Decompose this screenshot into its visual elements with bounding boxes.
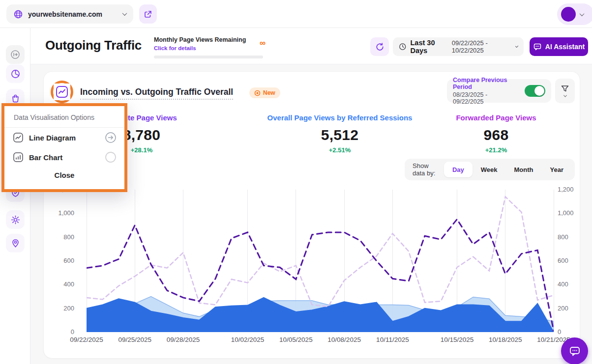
- tab-day[interactable]: Day: [444, 162, 473, 177]
- infinity-quota-value: ∞: [260, 38, 266, 48]
- data-visualisation-popup: Data Visualisation Options Line Diagram: [1, 103, 127, 192]
- collapse-panel-icon: [10, 49, 21, 60]
- sidebar-item-locations[interactable]: [6, 234, 25, 252]
- option-label: Bar Chart: [29, 153, 62, 162]
- account-menu[interactable]: [557, 3, 592, 25]
- y-tick-label: 0: [558, 328, 561, 336]
- close-button[interactable]: Close: [4, 167, 124, 179]
- new-badge-label: New: [263, 89, 275, 96]
- filter-button[interactable]: [555, 79, 575, 103]
- x-tick-label: 09/22/2025: [70, 336, 103, 343]
- clock-icon: [399, 42, 406, 51]
- compare-dates: 08/23/2025 - 09/22/2025: [453, 91, 520, 105]
- option-bar-chart[interactable]: Bar Chart: [4, 147, 124, 167]
- website-name: yourwebsitename.com: [28, 10, 118, 18]
- y-tick-label: 1,000: [58, 209, 74, 217]
- granularity-label: Show data by:: [413, 162, 440, 177]
- stat-delta: +21.2%: [422, 146, 570, 154]
- bar-chart-icon: [13, 152, 24, 163]
- traffic-chart: [87, 190, 554, 332]
- y-tick-label: 1,200: [558, 186, 574, 193]
- x-tick-label: 09/25/2025: [118, 336, 151, 343]
- granularity-control: Show data by: Day Week Month Year: [405, 159, 575, 180]
- chart-type-button[interactable]: [54, 84, 70, 100]
- x-tick-label: 10/02/2025: [231, 336, 265, 343]
- page-header: Outgoing Traffic Monthly Page Views Rema…: [30, 28, 592, 64]
- y-tick-label: 200: [63, 305, 74, 312]
- x-axis-labels: 09/22/202509/25/202509/28/202510/02/2025…: [87, 336, 554, 346]
- x-tick-label: 10/08/2025: [327, 336, 361, 343]
- top-bar: yourwebsitename.com: [0, 0, 592, 28]
- shopping-bag-icon: [10, 93, 21, 104]
- chat-fab-button[interactable]: [561, 337, 588, 364]
- x-tick-label: 10/18/2025: [489, 336, 522, 343]
- globe-icon: [13, 9, 23, 19]
- sidebar-item-settings[interactable]: [6, 210, 25, 229]
- stat-referred-sessions: Overall Page Views by Referred Sessions …: [266, 113, 414, 154]
- ai-assistant-button[interactable]: AI Assistant: [530, 37, 588, 56]
- stat-value: 968: [422, 127, 570, 143]
- compare-label: Compare Previous Period: [453, 77, 520, 90]
- external-link-icon: [144, 10, 152, 19]
- sidebar-nav: [0, 28, 30, 364]
- compare-toggle[interactable]: [525, 85, 545, 97]
- range-dates: 09/22/2025 - 10/22/2025: [452, 39, 512, 54]
- card-title[interactable]: Incoming vs. Outgoing Traffic Overall: [80, 87, 233, 100]
- date-range-picker[interactable]: Last 30 Days 09/22/2025 - 10/22/2025: [393, 37, 524, 56]
- quota-label: Monthly Page Views Remaining: [154, 36, 301, 43]
- pie-chart-icon: [10, 69, 21, 79]
- settings-gear-icon: [10, 215, 21, 225]
- avatar: [561, 7, 576, 22]
- compare-previous-period: Compare Previous Period 08/23/2025 - 09/…: [447, 79, 551, 103]
- filter-funnel-icon: [561, 85, 569, 93]
- x-tick-label: 09/28/2025: [167, 336, 200, 343]
- line-diagram-icon: [56, 85, 68, 98]
- new-badge: New: [249, 87, 280, 98]
- x-tick-label: 10/05/2025: [279, 336, 313, 343]
- sidebar-item-collapse[interactable]: [6, 45, 25, 64]
- tab-week[interactable]: Week: [473, 162, 506, 177]
- y-tick-label: 0: [71, 328, 74, 336]
- website-selector[interactable]: yourwebsitename.com: [6, 4, 133, 24]
- stat-label: Overall Page Views by Referred Sessions: [266, 113, 414, 122]
- y-tick-label: 800: [63, 233, 74, 241]
- chevron-down-icon: [515, 44, 518, 48]
- y-tick-label: 600: [63, 257, 74, 264]
- y-tick-label: 800: [558, 233, 568, 241]
- sidebar-item-analytics[interactable]: [6, 64, 25, 83]
- open-website-button[interactable]: [139, 4, 157, 24]
- line-diagram-icon: [13, 132, 24, 143]
- stat-delta: +2.51%: [266, 146, 414, 154]
- y-tick-label: 1,000: [558, 209, 574, 217]
- y-tick-label: 400: [63, 280, 74, 288]
- page-title: Outgoing Traffic: [45, 38, 142, 53]
- x-tick-label: 10/11/2025: [376, 336, 409, 343]
- y-tick-label: 600: [558, 257, 568, 264]
- option-label: Line Diagram: [29, 134, 76, 142]
- stat-value: 5,512: [266, 127, 414, 143]
- quota-progress-bar: [154, 56, 263, 58]
- tab-year[interactable]: Year: [542, 162, 572, 177]
- series-outgoing-previous: [87, 197, 554, 307]
- map-pin-icon: [10, 238, 21, 249]
- y-axis-right: 02004006008001,0001,200: [558, 190, 582, 332]
- refresh-button[interactable]: [370, 37, 389, 56]
- tab-month[interactable]: Month: [506, 162, 542, 177]
- popup-title: Data Visualisation Options: [4, 106, 124, 127]
- quota-block: Monthly Page Views Remaining Click for d…: [154, 36, 301, 58]
- option-line-diagram[interactable]: Line Diagram: [4, 128, 124, 147]
- stat-label: Forwarded Page Views: [422, 113, 570, 122]
- x-tick-label: 10/15/2025: [441, 336, 474, 343]
- stat-forwarded-page-views: Forwarded Page Views 968 +21.2%: [422, 113, 570, 154]
- refresh-icon: [375, 42, 385, 52]
- quota-details-link[interactable]: Click for details: [154, 45, 196, 51]
- chat-bubble-icon: [568, 345, 581, 358]
- app-root: yourwebsitename.com: [0, 0, 592, 364]
- y-tick-label: 400: [558, 280, 568, 288]
- chevron-down-icon: [563, 93, 566, 97]
- ai-assistant-label: AI Assistant: [545, 43, 585, 51]
- chat-bubble-icon: [533, 42, 542, 51]
- chart-plot-area[interactable]: [87, 190, 554, 332]
- y-tick-label: 200: [558, 305, 568, 312]
- chevron-down-icon: [122, 11, 127, 16]
